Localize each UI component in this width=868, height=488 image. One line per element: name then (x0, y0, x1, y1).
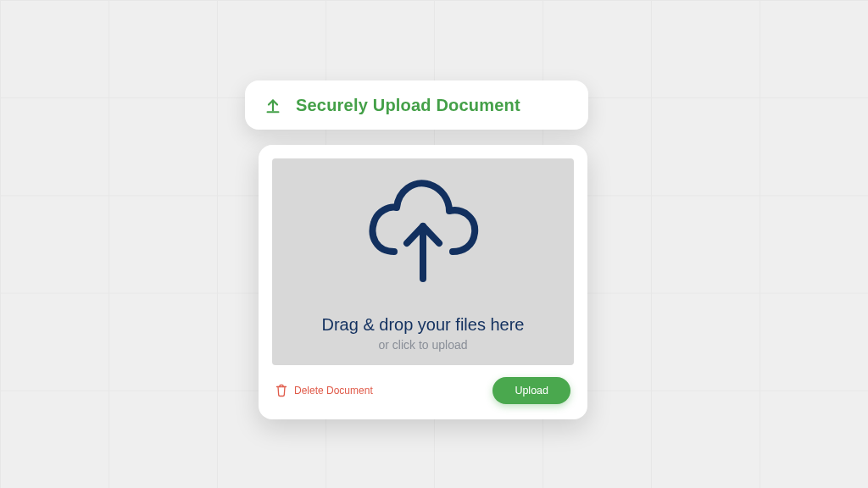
dropzone-title: Drag & drop your files here (321, 315, 524, 335)
file-dropzone[interactable]: Drag & drop your files here or click to … (272, 158, 574, 365)
upload-arrow-icon (264, 96, 282, 114)
panel-actions: Delete Document Upload (272, 365, 574, 406)
delete-document-label: Delete Document (294, 385, 373, 396)
cloud-upload-icon (272, 170, 574, 289)
delete-document-button[interactable]: Delete Document (275, 384, 373, 397)
upload-button[interactable]: Upload (492, 377, 570, 404)
dropzone-subtitle: or click to upload (378, 338, 467, 352)
header-title: Securely Upload Document (296, 96, 520, 115)
header-card: Securely Upload Document (245, 80, 588, 130)
upload-panel: Drag & drop your files here or click to … (259, 145, 587, 419)
trash-icon (275, 384, 287, 397)
